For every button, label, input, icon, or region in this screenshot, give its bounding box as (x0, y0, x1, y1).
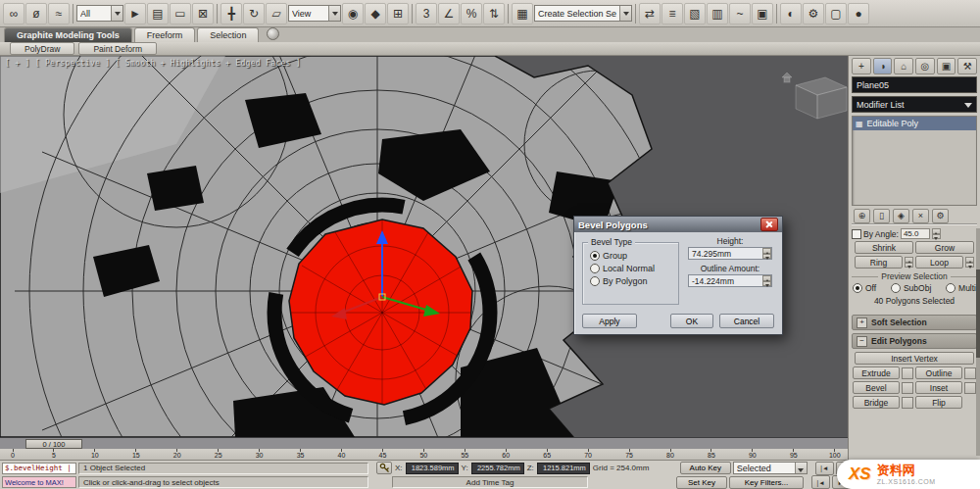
spinner-down-icon[interactable] (932, 234, 941, 240)
grow-button[interactable]: Grow (915, 241, 974, 254)
object-name-field[interactable]: Plane05 (852, 76, 977, 93)
add-time-tag[interactable]: Add Time Tag (392, 476, 588, 488)
key-filters-button[interactable]: Key Filters... (729, 476, 804, 489)
select-object-icon[interactable]: ► (124, 3, 146, 24)
ring-button[interactable]: Ring (855, 256, 903, 269)
unlink-selection-icon[interactable]: ø (25, 3, 47, 24)
keyboard-shortcut-override-icon[interactable]: ⊞ (387, 3, 409, 24)
extrude-button[interactable]: Extrude (853, 367, 900, 379)
make-unique-icon[interactable]: ◈ (893, 209, 909, 223)
scrollbar-thumb[interactable] (976, 269, 980, 358)
configure-modifier-sets-icon[interactable]: ⚙ (932, 209, 949, 223)
preview-subobj-radio[interactable]: SubObj (891, 283, 931, 293)
selection-set-dropdown[interactable]: Selected (733, 462, 808, 474)
by-angle-field[interactable]: 45.0 (901, 228, 930, 239)
named-selection-set-dropdown[interactable]: Create Selection Se (534, 5, 632, 22)
ribbon-config-icon[interactable] (267, 27, 279, 40)
x-coordinate-field[interactable]: 1823.589mm (406, 463, 459, 474)
maxscript-macro-recorder[interactable]: Welcome to MAX! (2, 476, 76, 488)
spinner-down-icon[interactable] (965, 263, 974, 269)
select-and-move-icon[interactable]: ╋ (220, 3, 242, 24)
loop-button[interactable]: Loop (915, 256, 963, 269)
z-coordinate-field[interactable]: 1215.821mm (537, 463, 590, 474)
time-slider-track[interactable]: 0 / 100 (0, 437, 848, 449)
bevel-settings-button[interactable] (902, 382, 913, 394)
window-crossing-icon[interactable]: ⊠ (192, 3, 214, 24)
ribbon-subtab-paint-deform[interactable]: Paint Deform (78, 42, 157, 55)
render-setup-icon[interactable]: ⚙ (803, 3, 824, 24)
bridge-settings-button[interactable] (902, 397, 913, 409)
inset-settings-button[interactable] (964, 382, 976, 394)
modifier-stack[interactable]: ▦ Editable Poly (852, 116, 977, 206)
bevel-type-local-normal-radio[interactable]: Local Normal (590, 264, 678, 273)
auto-key-button[interactable]: Auto Key (680, 462, 731, 474)
ribbon-subtab-polydraw[interactable]: PolyDraw (10, 42, 74, 55)
layer-manager-icon[interactable]: ▧ (684, 3, 706, 24)
close-icon[interactable] (760, 218, 778, 231)
bevel-button[interactable]: Bevel (853, 381, 900, 394)
selection-filter-dropdown[interactable]: All (76, 5, 123, 22)
angle-snap-icon[interactable]: ∠ (438, 3, 460, 24)
use-pivot-point-center-icon[interactable]: ◉ (342, 3, 364, 24)
viewport-label[interactable]: [ + ] [ Perspective ] [ Smooth + Highlig… (5, 59, 301, 68)
preview-off-radio[interactable]: Off (853, 283, 876, 293)
spinner-down-icon[interactable] (762, 281, 771, 287)
bridge-button[interactable]: Bridge (853, 396, 900, 409)
snap-toggle-icon[interactable]: 3 (416, 3, 437, 24)
stack-item-editable-poly[interactable]: ▦ Editable Poly (853, 117, 976, 130)
align-icon[interactable]: ≡ (662, 3, 683, 24)
cancel-button[interactable]: Cancel (719, 314, 774, 328)
soft-selection-rollout[interactable]: + Soft Selection (852, 315, 977, 330)
maxscript-mini-listener[interactable]: $.bevelHeight | (2, 463, 76, 474)
mirror-icon[interactable]: ⇄ (639, 3, 661, 24)
edit-named-selection-sets-icon[interactable]: ▦ (512, 3, 533, 24)
flip-button[interactable]: Flip (915, 396, 962, 409)
modifier-list-dropdown[interactable]: Modifier List (852, 96, 977, 113)
ribbon-tab-freeform[interactable]: Freeform (134, 27, 196, 42)
select-and-manipulate-icon[interactable]: ◆ (365, 3, 386, 24)
select-and-scale-icon[interactable]: ▱ (266, 3, 287, 24)
preview-multi-radio[interactable]: Multi (946, 283, 976, 293)
bevel-type-by-polygon-radio[interactable]: By Polygon (590, 276, 678, 286)
by-angle-checkbox[interactable] (852, 229, 861, 239)
y-coordinate-field[interactable]: 2255.782mm (471, 463, 524, 474)
reference-coordinate-dropdown[interactable]: View (288, 5, 341, 22)
time-slider-handle[interactable]: 0 / 100 (25, 439, 82, 449)
percent-snap-icon[interactable]: % (461, 3, 482, 24)
command-panel-utilities-tab[interactable]: ⚒ (957, 58, 977, 74)
show-end-result-icon[interactable]: ▯ (873, 209, 890, 223)
rendered-frame-window-icon[interactable]: ▢ (825, 3, 847, 24)
insert-vertex-button[interactable]: Insert Vertex (855, 352, 974, 365)
command-panel-hierarchy-tab[interactable]: ⌂ (894, 58, 913, 74)
dialog-titlebar[interactable]: Bevel Polygons (574, 217, 782, 232)
edit-polygons-rollout[interactable]: − Edit Polygons (852, 333, 977, 349)
pin-stack-icon[interactable]: ⊕ (854, 209, 870, 223)
previous-key-button[interactable]: |◄ (811, 475, 830, 489)
set-key-button[interactable]: Set Key (676, 476, 727, 489)
perspective-viewport[interactable]: [ + ] [ Perspective ] [ Smooth + Highlig… (0, 56, 848, 437)
schematic-view-icon[interactable]: ▣ (752, 3, 773, 24)
spinner-down-icon[interactable] (762, 254, 771, 260)
command-panel-create-tab[interactable]: + (852, 58, 871, 74)
ok-button[interactable]: OK (670, 314, 713, 328)
bind-to-space-warp-icon[interactable]: ≈ (48, 3, 70, 24)
spinner-snap-icon[interactable]: ⇅ (483, 3, 505, 24)
shrink-button[interactable]: Shrink (855, 241, 913, 254)
rectangular-selection-region-icon[interactable]: ▭ (170, 3, 191, 24)
outline-amount-field[interactable]: -14.224mm (688, 274, 772, 287)
inset-button[interactable]: Inset (915, 381, 962, 394)
bevel-type-group-radio[interactable]: Group (590, 251, 678, 261)
command-panel-display-tab[interactable]: ▣ (937, 58, 956, 74)
selection-lock-toggle[interactable] (376, 462, 392, 474)
select-and-rotate-icon[interactable]: ↻ (243, 3, 265, 24)
spinner-down-icon[interactable] (905, 263, 913, 269)
timeline-ruler[interactable]: 0510152025303540455055606570758085909510… (0, 449, 848, 461)
ribbon-tab-selection[interactable]: Selection (197, 27, 259, 42)
outline-button[interactable]: Outline (915, 367, 962, 379)
curve-editor-icon[interactable]: ~ (729, 3, 751, 24)
extrude-settings-button[interactable] (902, 367, 913, 379)
material-editor-icon[interactable]: ◐ (780, 3, 802, 24)
ribbon-tab-graphite-modeling-tools[interactable]: Graphite Modeling Tools (4, 27, 132, 42)
height-field[interactable]: 74.295mm (688, 247, 772, 260)
command-panel-motion-tab[interactable]: ◎ (915, 58, 935, 74)
